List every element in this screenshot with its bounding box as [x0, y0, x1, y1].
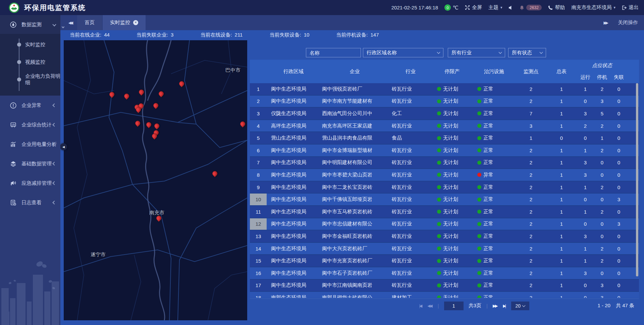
sidebar-item-log-view[interactable]: 日志查看	[0, 193, 60, 212]
first-page-button[interactable]: |◀	[419, 304, 422, 308]
status-dot	[477, 295, 481, 298]
table-scrollbar[interactable]	[636, 83, 638, 276]
table-row[interactable]: 12阆中生态环境局阆中市忠信建材有限公砖瓦行业无计划正常21003	[250, 218, 639, 231]
tabs-scroll-left-button[interactable]: ◀◀	[65, 15, 76, 30]
table-row[interactable]: 16阆中生态环境局阆中市石子页岩机砖厂砖瓦行业无计划正常21300	[250, 267, 639, 280]
tab-home[interactable]: 首页	[77, 15, 102, 30]
row-index: 13	[250, 230, 267, 242]
region-select[interactable]: 行政区域名称	[363, 48, 443, 57]
sidebar-item-label: 视频监控	[25, 59, 45, 65]
row-region: 阆中生态环境局	[267, 184, 320, 191]
table-row[interactable]: 15阆中生态环境局阆中市光富页岩机砖厂砖瓦行业无计划正常21120	[250, 255, 639, 267]
temperature-badge: 0	[444, 4, 451, 11]
row-halt-count: 2	[594, 86, 610, 92]
last-page-button[interactable]: ▶|	[503, 304, 506, 308]
bar-chart-icon	[10, 141, 16, 148]
double-left-arrow-icon: ◀◀	[68, 20, 73, 25]
row-facility-status: 正常	[472, 196, 516, 203]
chevron-down-icon: ▾	[613, 5, 615, 10]
theme-dropdown[interactable]: 主题▾	[488, 4, 502, 11]
page-number-input[interactable]	[444, 302, 464, 310]
tab-realtime-monitoring[interactable]: 实时监控 ✕	[103, 15, 146, 30]
prev-page-button[interactable]: ◀◀	[427, 304, 432, 308]
temperature-unit: ℃	[453, 5, 459, 11]
chevron-down-icon	[522, 304, 526, 307]
name-search-input[interactable]	[306, 48, 361, 57]
row-monitor-count: 2	[516, 282, 546, 288]
table-row[interactable]: 18南部生态环境局南部县砌华土砖有限公建材加工无计划正常21030	[250, 292, 639, 298]
row-total-count: 1	[546, 123, 577, 129]
table-row[interactable]: 9阆中生态环境局阆中市二龙长宝页岩砖砖瓦行业无计划正常21120	[250, 181, 639, 194]
row-monitor-count: 2	[516, 160, 546, 165]
row-monitor-count: 2	[516, 295, 546, 298]
sound-toggle[interactable]	[508, 5, 513, 10]
table-row[interactable]: 6阆中生态环境局阆中市金博瑞新型墙材砖瓦行业无计划正常21120	[250, 145, 639, 157]
temperature-widget: 0 ℃	[444, 4, 459, 11]
notification-count-badge[interactable]: 2632	[526, 5, 542, 10]
col-point-status-group: 点位状态	[577, 60, 627, 71]
sidebar-item-enterprise-statistics[interactable]: 企业综合统计	[0, 115, 60, 134]
notifications[interactable]: 2632	[520, 5, 542, 10]
row-halt-count: 0	[594, 172, 610, 178]
sidebar-item-enterprise-abnormal[interactable]: 企业异常	[0, 96, 60, 115]
tabs-scroll-right-button[interactable]: ▶▶	[604, 20, 608, 25]
industry-select[interactable]: 所有行业	[448, 48, 505, 57]
table-row[interactable]: 7阆中生态环境局阆中明阳建材有限公司砖瓦行业无计划正常21300	[250, 157, 639, 169]
sidebar-item-power-analysis[interactable]: 企业用电量分析	[0, 134, 60, 154]
status-dot	[437, 271, 441, 275]
row-lost-count: 0	[610, 148, 627, 153]
table-row[interactable]: 14阆中生态环境局阆中大兴页岩机砖厂砖瓦行业无计划正常21120	[250, 243, 639, 255]
sidebar-item-data-monitoring[interactable]: 数据监测	[0, 15, 60, 34]
help-button[interactable]: 帮助	[548, 4, 565, 11]
row-halt-count: 2	[594, 184, 610, 190]
page-size-select[interactable]: 20	[511, 302, 529, 310]
row-halt-count: 2	[594, 148, 610, 153]
status-select[interactable]: 所有状态	[508, 48, 546, 57]
fullscreen-button[interactable]: 全屏	[465, 4, 482, 11]
row-run-count: 3	[577, 111, 594, 116]
sidebar-item-power-load-detail[interactable]: 企业电力负荷明细	[0, 71, 60, 88]
map-collapse-button[interactable]: ◀	[60, 143, 67, 150]
table-row[interactable]: 3仪陇生态环境局西南油气田分公司川中化工无计划正常71350	[250, 108, 639, 120]
row-company: 阆中市金福旺页岩机砖	[320, 233, 389, 239]
table-row[interactable]: 8阆中生态环境局阆中市枣碧大梁山页岩砖瓦行业无计划异常21300	[250, 169, 639, 181]
sidebar-item-base-data[interactable]: 基础数据管理	[0, 154, 60, 173]
org-dropdown[interactable]: 南充市生态环境局▾	[571, 4, 615, 11]
next-page-button[interactable]: ▶▶	[493, 304, 498, 308]
close-operations-button[interactable]: 关闭操作	[618, 19, 638, 26]
row-index: 4	[250, 120, 267, 132]
row-industry: 砖瓦行业	[389, 258, 432, 264]
table-row[interactable]: 1阆中生态环境局阆中强锐页岩砖厂砖瓦行业无计划正常21120	[250, 83, 639, 96]
table-row[interactable]: 13阆中生态环境局阆中市金福旺页岩机砖砖瓦行业无计划正常21300	[250, 230, 639, 243]
table-row[interactable]: 10阆中生态环境局阆中千佛镇五郎垭页岩砖瓦行业无计划正常21003	[250, 194, 639, 206]
city-skyline-decoration	[0, 251, 60, 325]
row-company: 西南油气田分公司川中	[320, 110, 389, 117]
tabbar-caret-icon[interactable]	[62, 23, 64, 29]
status-dot	[477, 111, 481, 115]
logout-button[interactable]: 退出	[622, 4, 639, 11]
table-row[interactable]: 17阆中生态环境局阆中市江南镇阆南页岩砖瓦行业无计划正常21030	[250, 280, 639, 292]
tab-close-icon[interactable]: ✕	[133, 20, 138, 25]
layers-icon	[10, 161, 16, 167]
sidebar-item-video-monitoring[interactable]: 视频监控	[0, 53, 60, 71]
table-row[interactable]: 11阆中生态环境局阆中市五马桥页岩机砖砖瓦行业无计划正常21120	[250, 206, 639, 218]
row-total-count: 1	[546, 86, 577, 92]
table-row[interactable]: 5营山生态环境局营山县润丰肉食品有限食品无计划正常10010	[250, 132, 639, 145]
status-dot	[437, 295, 441, 298]
row-monitor-count: 3	[516, 123, 546, 129]
row-stop-status: 无计划	[432, 221, 472, 227]
status-dot	[437, 173, 441, 177]
stat-online-enterprises: 当前在线企业:44	[70, 32, 110, 38]
chevron-left-icon	[52, 123, 56, 126]
row-monitor-count: 2	[516, 172, 546, 178]
table-row[interactable]: 2阆中生态环境局阆中市南方节能建材有砖瓦行业无计划正常21030	[250, 96, 639, 108]
map-panel[interactable]: 巴中市南充市遂宁市	[64, 40, 247, 320]
col-halt: 停机	[594, 71, 610, 83]
row-halt-count: 0	[594, 270, 610, 276]
row-halt-count: 1	[594, 135, 610, 141]
sidebar-item-realtime-monitoring[interactable]: 实时监控	[0, 36, 60, 53]
status-dot	[437, 99, 441, 103]
megaphone-icon	[10, 180, 16, 186]
table-row[interactable]: 4高坪生态环境局南充市高坪区王家店建砖瓦行业无计划正常31220	[250, 120, 639, 132]
sidebar-item-emergency-reduction[interactable]: 应急减排管理	[0, 173, 60, 193]
